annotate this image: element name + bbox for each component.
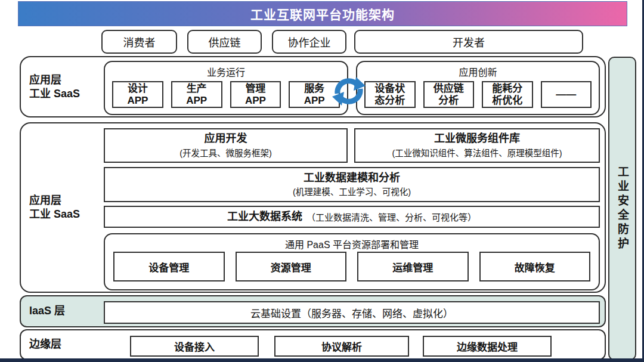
paas-box-label: 故障恢复	[515, 259, 555, 274]
industrial-internet-architecture-diagram: 工业互联网平台功能架构 消费者 供应链 协作企业 开发者 应用层 工业 SaaS…	[0, 0, 644, 362]
cloud-infrastructure-box: 云基础设置（服务器、存储、网络、虚拟化）	[104, 301, 600, 324]
box-title: 应用开发	[205, 132, 247, 146]
iaas-layer-label: IaaS 层	[29, 304, 65, 318]
paas-box-label: 设备管理	[148, 259, 189, 274]
stakeholder-label: 协作企业	[288, 34, 331, 49]
paas-resource-title: 通用 PaaS 平台资源部署和管理	[105, 237, 599, 251]
layer-label-line2: 工业 SaaS	[29, 87, 80, 101]
stakeholder-consumer: 消费者	[101, 30, 177, 54]
management-app-box: 管理 APP	[230, 81, 281, 108]
app-label-line1: ——	[556, 89, 576, 101]
app-label-line2: APP	[127, 95, 148, 107]
cloud-infrastructure-label: 云基础设置（服务器、存储、网络、虚拟化）	[250, 305, 453, 320]
data-modeling-box: 工业数据建模和分析 (机理建模、工业学习、可视化)	[104, 167, 600, 202]
microservice-library-box: 工业微服务组件库 (工业微知识组件、算法组件、原理模型组件)	[354, 128, 600, 163]
business-operation-title: 业务运行	[105, 64, 347, 79]
app-label-line1: 生产	[187, 83, 207, 95]
design-app-box: 设计 APP	[112, 81, 163, 108]
layer-label-line1: 应用层	[29, 194, 80, 208]
app-label-line1: 设备状	[374, 83, 405, 95]
app-label-line2: 分析	[438, 95, 459, 107]
app-label-line2: APP	[245, 95, 266, 107]
saas-layer-label: 应用层 工业 SaaS	[29, 73, 80, 101]
app-development-box: 应用开发 (开发工具、微服务框架)	[104, 128, 348, 163]
box-title: 工业大数据系统	[227, 211, 302, 224]
box-subtitle: （工业数据清洗、管理、分析、可视化等）	[306, 211, 476, 223]
app-label-line1: 管理	[245, 83, 265, 95]
edge-layer-label: 边缘层	[29, 338, 61, 351]
device-access-box: 设备接入	[130, 336, 259, 357]
frame-bottom-edge	[0, 358, 644, 362]
app-label-line2: APP	[304, 95, 325, 107]
paas-box-label: 资源管理	[271, 259, 311, 274]
business-app-row: 设计 APP 生产 APP 管理 APP 服务 APP	[112, 81, 340, 108]
ops-management-box: 运维管理	[357, 252, 469, 281]
page-title: 工业互联网平台功能架构	[250, 5, 395, 23]
sync-arrows-icon	[329, 72, 369, 110]
device-status-analysis-box: 设备状 态分析	[364, 81, 416, 108]
stakeholder-supply-chain: 供应链	[187, 30, 262, 54]
app-label-line1: 供应链	[434, 83, 464, 95]
supply-chain-analysis-box: 供应链 分析	[423, 81, 475, 108]
device-management-box: 设备管理	[113, 252, 225, 281]
edge-box-label: 设备接入	[174, 339, 215, 354]
iaas-layer-section: IaaS 层 云基础设置（服务器、存储、网络、虚拟化）	[20, 295, 606, 327]
innovation-app-row: 设备状 态分析 供应链 分析 能耗分 析优化 ——	[364, 81, 592, 108]
fault-recovery-box: 故障恢复	[479, 252, 591, 281]
box-subtitle: (开发工具、微服务框架)	[179, 146, 272, 159]
edge-box-label: 协议解析	[321, 339, 362, 354]
stakeholder-label: 开发者	[453, 34, 485, 49]
app-label-line1: 服务	[304, 83, 324, 95]
box-title: 工业数据建模和分析	[304, 172, 400, 185]
business-operation-group: 业务运行 设计 APP 生产 APP 管理 APP 服务 APP	[104, 61, 348, 115]
stakeholder-developer: 开发者	[354, 30, 583, 54]
box-title: 工业微服务组件库	[434, 132, 520, 146]
layer-label-line1: 应用层	[29, 73, 80, 87]
stakeholder-label: 消费者	[123, 34, 156, 49]
industrial-security-label: 工业安全防护	[614, 166, 630, 252]
resource-management-box: 资源管理	[236, 252, 347, 281]
saas-layer-section: 应用层 工业 SaaS 业务运行 设计 APP 生产 APP 管理 APP	[20, 56, 606, 117]
app-label-line1: 能耗分	[492, 83, 522, 95]
box-subtitle: (工业微知识组件、算法组件、原理模型组件)	[392, 146, 562, 159]
app-innovation-title: 应用创新	[357, 64, 599, 79]
edge-box-label: 边缘数据处理	[457, 339, 518, 354]
layer-label-line2: 工业 SaaS	[29, 208, 80, 221]
paas-box-label: 运维管理	[392, 259, 433, 274]
app-label-line2: APP	[186, 95, 207, 107]
edge-data-processing-box: 边缘数据处理	[423, 336, 552, 357]
energy-analysis-box: 能耗分 析优化	[482, 81, 533, 108]
stakeholder-label: 供应链	[209, 34, 241, 49]
box-subtitle: (机理建模、工业学习、可视化)	[293, 185, 411, 197]
more-apps-box: ——	[541, 81, 592, 108]
app-label-line2: 态分析	[374, 95, 405, 107]
industrial-security-bar: 工业安全防护	[608, 57, 636, 360]
app-innovation-group: 应用创新 设备状 态分析 供应链 分析 能耗分 析优化 ——	[356, 61, 600, 115]
platform-layer-label: 应用层 工业 SaaS	[29, 194, 80, 222]
protocol-parsing-box: 协议解析	[274, 336, 409, 357]
title-banner: 工业互联网平台功能架构	[18, 1, 627, 26]
big-data-system-box: 工业大数据系统 （工业数据清洗、管理、分析、可视化等）	[104, 206, 600, 228]
paas-resource-row: 设备管理 资源管理 运维管理 故障恢复	[113, 252, 590, 281]
app-label-line1: 设计	[128, 83, 148, 95]
paas-resource-group: 通用 PaaS 平台资源部署和管理 设备管理 资源管理 运维管理 故障恢复	[104, 233, 600, 290]
production-app-box: 生产 APP	[171, 81, 222, 108]
app-label-line2: 析优化	[492, 95, 522, 107]
stakeholder-partner-enterprise: 协作企业	[272, 30, 346, 54]
platform-layer-section: 应用层 工业 SaaS 应用开发 (开发工具、微服务框架) 工业微服务组件库 (…	[20, 122, 606, 293]
